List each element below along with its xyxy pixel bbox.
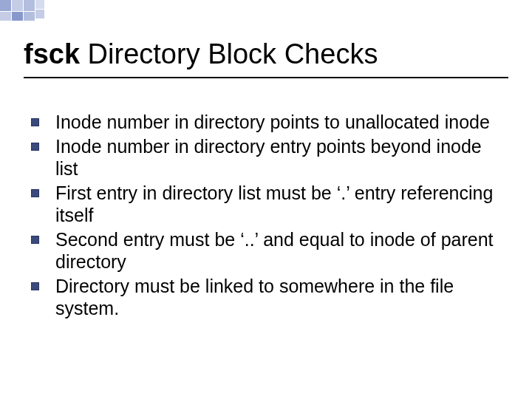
bullet-text: Second entry must be ‘..’ and equal to i… <box>55 228 504 273</box>
bullet-icon <box>31 282 39 290</box>
bullet-text: Inode number in directory points to unal… <box>55 111 490 134</box>
corner-decoration <box>0 0 68 22</box>
title-underline <box>24 77 508 78</box>
bullet-icon <box>31 189 39 197</box>
title-bold: fsck <box>24 38 80 69</box>
list-item: First entry in directory list must be ‘.… <box>31 182 504 227</box>
bullet-text: Inode number in directory entry points b… <box>55 135 504 180</box>
list-item: Directory must be linked to somewhere in… <box>31 275 504 320</box>
title-rest: Directory Block Checks <box>80 38 378 69</box>
bullet-text: Directory must be linked to somewhere in… <box>55 275 504 320</box>
slide-title: fsck Directory Block Checks <box>24 38 378 70</box>
bullet-icon <box>31 143 39 151</box>
list-item: Inode number in directory entry points b… <box>31 135 504 180</box>
bullet-icon <box>31 236 39 244</box>
bullet-icon <box>31 118 39 126</box>
bullet-list: Inode number in directory points to unal… <box>31 111 504 321</box>
list-item: Inode number in directory points to unal… <box>31 111 504 134</box>
list-item: Second entry must be ‘..’ and equal to i… <box>31 228 504 273</box>
bullet-text: First entry in directory list must be ‘.… <box>55 182 504 227</box>
